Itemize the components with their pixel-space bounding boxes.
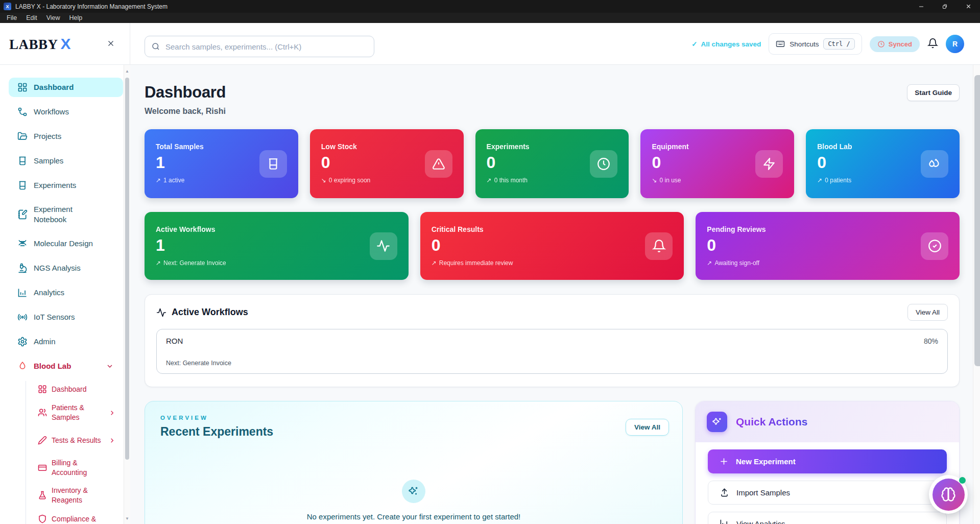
git-branch-icon	[17, 107, 28, 117]
logo: LABBY X	[9, 35, 71, 53]
menu-edit[interactable]: Edit	[22, 13, 41, 22]
sidebar-scrollbar[interactable]: ▲ ▼	[124, 65, 130, 524]
shortcuts-button[interactable]: Shortcuts Ctrl /	[769, 33, 862, 55]
scroll-up-icon[interactable]: ▲	[124, 69, 130, 74]
menu-view[interactable]: View	[42, 13, 64, 22]
beaker-icon	[17, 180, 28, 190]
workflow-list-item[interactable]: RON 80% Next: Generate Invoice	[156, 329, 948, 374]
sidebar-item-blood-dashboard[interactable]: Dashboard	[38, 381, 123, 397]
menu-help[interactable]: Help	[65, 13, 87, 22]
scroll-down-icon[interactable]: ▼	[973, 516, 980, 521]
blood-lab-submenu: Dashboard Patients & Samples Tests & Res…	[26, 381, 123, 524]
scroll-down-icon[interactable]: ▼	[124, 516, 130, 521]
sidebar-item-samples[interactable]: Samples	[9, 151, 123, 171]
bell-icon	[652, 239, 666, 253]
alert-triangle-icon	[432, 157, 445, 171]
workflows-view-all-button[interactable]: View All	[907, 304, 948, 321]
sidebar-item-billing-accounting[interactable]: Billing & Accounting	[38, 456, 123, 480]
app-window: X LABBY X - Laboratory Information Manag…	[0, 0, 980, 524]
sidebar-item-molecular-design[interactable]: Molecular Design	[9, 234, 123, 253]
view-analytics-button[interactable]: View Analytics	[708, 512, 947, 524]
stat-card-pending-reviews: Pending Reviews 0 ↗Awaiting sign-off	[696, 212, 960, 280]
overview-label: OVERVIEW	[160, 415, 667, 421]
stat-card-low-stock: Low Stock 0 ↘0 expiring soon	[310, 129, 464, 198]
menu-file[interactable]: File	[3, 13, 21, 22]
sync-status-badge: Synced	[870, 36, 920, 52]
sidebar-item-tests-results[interactable]: Tests & Results	[38, 428, 123, 452]
stat-card-experiments: Experiments 0 ↗0 this month	[475, 129, 629, 198]
plus-icon	[719, 457, 729, 466]
stat-card-active-workflows: Active Workflows 1 ↗Next: Generate Invoi…	[145, 212, 409, 280]
notifications-button[interactable]	[927, 38, 938, 50]
dna-icon	[17, 239, 28, 249]
sidebar-item-admin[interactable]: Admin	[9, 332, 123, 351]
sparkles-icon	[712, 417, 723, 427]
shield-icon	[38, 514, 47, 523]
saved-status: ✓ All changes saved	[691, 40, 761, 48]
brand-area: LABBY X	[0, 23, 130, 65]
app-icon: X	[4, 3, 11, 10]
close-button[interactable]	[957, 0, 980, 13]
sidebar-item-patients-samples[interactable]: Patients & Samples	[38, 400, 123, 425]
workflow-next-step: Next: Generate Invoice	[166, 360, 938, 367]
trend-up-icon: ↗	[817, 177, 822, 184]
grid-icon	[17, 82, 28, 92]
header: LABBY X ✓ All changes saved Shortcuts Ct…	[0, 23, 980, 65]
avatar[interactable]: R	[946, 35, 964, 53]
clock-icon	[877, 40, 885, 48]
assistant-gradient-circle	[933, 479, 965, 511]
zap-icon	[762, 157, 776, 171]
sidebar: Dashboard Workflows Projects Samples Exp…	[0, 65, 130, 524]
search-input[interactable]	[165, 42, 368, 51]
close-x-icon	[106, 39, 115, 48]
sidebar-item-workflows[interactable]: Workflows	[9, 102, 123, 122]
chevron-right-icon	[108, 437, 116, 444]
beaker-icon	[267, 157, 280, 171]
sidebar-item-ngs-analysis[interactable]: NGS Analysis	[9, 258, 123, 278]
sidebar-item-blood-lab[interactable]: Blood Lab	[9, 356, 123, 376]
sidebar-item-experiments[interactable]: Experiments	[9, 176, 123, 195]
microscope-icon	[17, 263, 28, 273]
sidebar-item-inventory-reagents[interactable]: Inventory & Reagents	[38, 483, 123, 508]
chevron-down-icon	[106, 362, 114, 370]
trend-up-icon: ↗	[432, 259, 437, 267]
gear-icon	[17, 337, 28, 347]
sidebar-item-dashboard[interactable]: Dashboard	[9, 78, 123, 97]
sidebar-item-analytics[interactable]: Analytics	[9, 283, 123, 302]
check-circle-icon	[928, 239, 942, 253]
main-content: Dashboard Start Guide Welcome back, Rish…	[130, 65, 973, 524]
minimize-button[interactable]	[910, 0, 933, 13]
start-guide-button[interactable]: Start Guide	[907, 84, 960, 101]
scroll-up-icon[interactable]: ▲	[973, 68, 980, 73]
credit-card-icon	[38, 463, 47, 472]
close-icon	[965, 3, 972, 10]
folder-icon	[17, 131, 28, 141]
workflow-name: RON	[166, 337, 183, 345]
menu-bar: File Edit View Help	[0, 13, 980, 23]
stat-card-total-samples: Total Samples 1 ↗1 active	[145, 129, 298, 198]
recent-experiments-title: Recent Experiments	[160, 425, 667, 439]
brain-icon	[941, 487, 956, 502]
sidebar-item-projects[interactable]: Projects	[9, 127, 123, 146]
import-samples-button[interactable]: Import Samples	[708, 481, 947, 505]
trend-up-icon: ↗	[156, 259, 161, 267]
chevron-right-icon	[108, 409, 116, 417]
shortcuts-kbd: Ctrl /	[823, 38, 854, 50]
upload-icon	[720, 488, 729, 497]
restore-button[interactable]	[933, 0, 957, 13]
minimize-icon	[918, 4, 924, 10]
empty-state-message: No experiments yet. Create your first ex…	[307, 512, 521, 521]
new-experiment-button[interactable]: New Experiment	[708, 449, 947, 473]
sidebar-collapse-button[interactable]	[106, 39, 115, 50]
check-icon: ✓	[691, 40, 697, 48]
quick-actions-card: Quick Actions New Experiment Import Samp…	[695, 401, 960, 524]
activity-icon	[156, 307, 166, 318]
recent-view-all-button[interactable]: View All	[626, 419, 669, 436]
recent-experiments-card: OVERVIEW Recent Experiments View All No …	[145, 401, 683, 524]
main-scrollbar[interactable]: ▲ ▼	[973, 65, 980, 524]
sidebar-item-iot-sensors[interactable]: IoT Sensors	[9, 307, 123, 327]
sidebar-item-compliance[interactable]: Compliance &	[38, 511, 123, 524]
sidebar-item-experiment-notebook[interactable]: Experiment Notebook	[9, 200, 123, 229]
bell-icon	[927, 38, 938, 49]
bar-chart-icon	[720, 519, 729, 524]
